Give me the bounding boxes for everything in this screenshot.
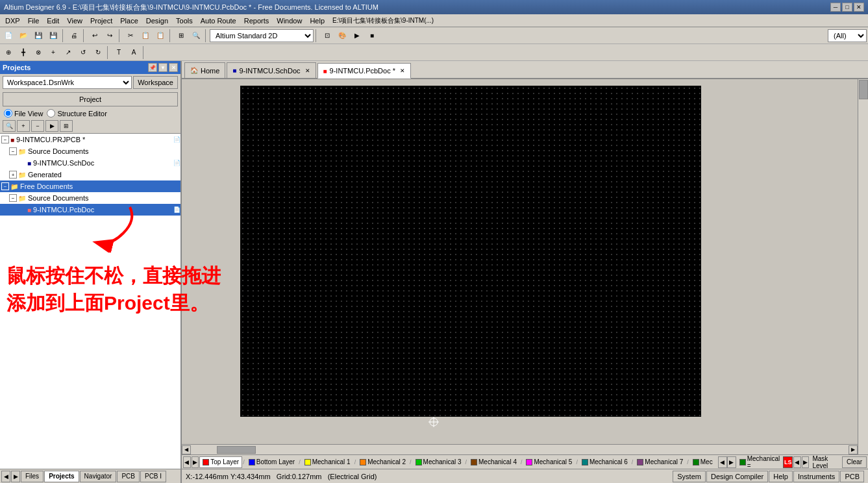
menu-dxp[interactable]: DXP <box>1 16 24 26</box>
panel-nav-left[interactable]: ◀ <box>1 471 10 482</box>
sidebar-pin-button[interactable]: 📌 <box>148 63 157 72</box>
pcb-tb-6[interactable]: ↺ <box>76 45 90 60</box>
sidebar-tb-2[interactable]: + <box>17 120 30 132</box>
tab-schdoc[interactable]: ■ 9-INTMCU.SchDoc ✕ <box>227 62 316 78</box>
layer-next[interactable]: ▶ <box>802 456 810 468</box>
layer-mech3[interactable]: Mechanical 3 <box>412 456 465 468</box>
tab-pcbdoc[interactable]: ■ 9-INTMCU.PcbDoc * ✕ <box>317 63 412 79</box>
tree-expander[interactable]: − <box>9 194 17 202</box>
tab-close-sch[interactable]: ✕ <box>305 68 310 74</box>
tab-close-pcb[interactable]: ✕ <box>400 68 405 74</box>
menu-view[interactable]: View <box>63 16 86 26</box>
hscroll-track[interactable] <box>191 445 849 454</box>
toolbar-copy[interactable]: 📋 <box>138 29 153 43</box>
tree-expander[interactable]: − <box>9 147 17 155</box>
sidebar-tb-3[interactable]: − <box>31 120 44 132</box>
design-compiler-button[interactable]: Design Compiler <box>706 471 768 482</box>
toolbar-saveall[interactable]: 💾 <box>46 29 60 43</box>
panel-tab-pcb[interactable]: PCB <box>117 471 140 482</box>
maximize-button[interactable]: □ <box>842 3 852 12</box>
pcb-status-button[interactable]: PCB <box>840 471 864 482</box>
menu-file[interactable]: File <box>24 16 43 26</box>
layer-mech7[interactable]: Mechanical 7 <box>634 456 686 468</box>
toolbar-run[interactable]: ▶ <box>350 29 364 43</box>
tree-item[interactable]: − ■ 9-INTMCU.PRJPCB * 📄 <box>0 134 180 145</box>
sidebar-tb-4[interactable]: ▶ <box>45 120 58 132</box>
toolbar-layers[interactable]: ⊡ <box>320 29 334 43</box>
panel-tab-pcb2[interactable]: PCB I <box>140 471 166 482</box>
layer-prev[interactable]: ◀ <box>793 456 801 468</box>
workspace-button[interactable]: Workspace <box>133 76 178 89</box>
layer-mech4[interactable]: Mechanical 4 <box>467 456 520 468</box>
sidebar-close-button[interactable]: ✕ <box>169 63 178 72</box>
layer-mech2[interactable]: Mechanical 2 <box>356 456 409 468</box>
menu-help[interactable]: Help <box>306 16 329 26</box>
instruments-button[interactable]: Instruments <box>793 471 839 482</box>
pcb-tb-2[interactable]: ╋ <box>16 45 31 60</box>
toolbar-new[interactable]: 📄 <box>1 29 16 43</box>
pcb-tb-7[interactable]: ↻ <box>91 45 105 60</box>
minimize-button[interactable]: ─ <box>830 3 841 12</box>
tree-item[interactable]: + ■ 9-INTMCU.SchDoc 📄 <box>0 157 180 169</box>
tree-item[interactable]: − 📁 Source Documents <box>0 145 180 157</box>
pcb-tb-3[interactable]: ⊗ <box>31 45 45 60</box>
toolbar-stop[interactable]: ■ <box>365 29 379 43</box>
panel-tab-files[interactable]: Files <box>21 471 43 482</box>
tree-item[interactable]: − 📁 Source Documents <box>0 192 180 204</box>
sidebar-menu-button[interactable]: ▼ <box>158 63 167 72</box>
layer-mech-more[interactable]: Mec <box>689 456 716 468</box>
layer-top[interactable]: Top Layer <box>199 456 242 468</box>
toolbar-redo[interactable]: ↪ <box>103 29 117 43</box>
workspace-dropdown[interactable]: Workspace1.DsnWrk <box>3 76 132 89</box>
tree-expander[interactable]: − <box>1 182 9 190</box>
menu-window[interactable]: Window <box>273 16 306 26</box>
tree-item[interactable]: + 📁 Generated <box>0 169 180 180</box>
hscroll-thumb[interactable] <box>217 446 256 454</box>
project-button[interactable]: Project <box>3 92 178 106</box>
layer-mech6[interactable]: Mechanical 6 <box>578 456 631 468</box>
tree-item-pcbdoc[interactable]: + ■ 9-INTMCU.PcbDoc 📄 <box>0 204 180 216</box>
ls-indicator[interactable]: LS <box>783 456 793 468</box>
hscroll-right-button[interactable]: ▶ <box>849 445 858 454</box>
layer-scroll-right[interactable]: ▶ <box>192 456 199 468</box>
structure-editor-radio[interactable]: Structure Editor <box>47 109 106 118</box>
panel-nav-right[interactable]: ▶ <box>11 471 20 482</box>
pcb-tb-4[interactable]: + <box>46 45 60 60</box>
pcb-canvas-area[interactable]: ◀ ▶ <box>182 79 868 454</box>
system-button[interactable]: System <box>673 471 706 482</box>
layer-bottom[interactable]: Bottom Layer <box>245 456 298 468</box>
file-view-radio[interactable]: File View <box>4 109 43 118</box>
clear-button[interactable]: Clear <box>842 456 867 468</box>
toolbar-cut[interactable]: ✂ <box>123 29 138 43</box>
menu-edit[interactable]: Edit <box>43 16 63 26</box>
layer-mech1[interactable]: Mechanical 1 <box>301 456 354 468</box>
panel-tab-projects[interactable]: Projects <box>44 471 79 482</box>
tree-item-free-docs[interactable]: − 📁 Free Documents <box>0 180 180 192</box>
all-select[interactable]: (All) <box>828 29 867 42</box>
toolbar-paste[interactable]: 📋 <box>153 29 167 43</box>
close-button[interactable]: ✕ <box>854 3 864 12</box>
tree-expander[interactable]: + <box>9 171 17 179</box>
menu-place[interactable]: Place <box>116 16 142 26</box>
menu-reports[interactable]: Reports <box>240 16 273 26</box>
toolbar-undo[interactable]: ↩ <box>88 29 102 43</box>
sidebar-tb-5[interactable]: ⊞ <box>60 120 73 132</box>
menu-tools[interactable]: Tools <box>172 16 197 26</box>
pcb-tb-5[interactable]: ↗ <box>61 45 75 60</box>
layer-scroll-btn1[interactable]: ◀ <box>718 456 727 468</box>
toolbar-open[interactable]: 📂 <box>16 29 31 43</box>
sidebar-tb-1[interactable]: 🔍 <box>3 120 16 132</box>
menu-autoroute[interactable]: Auto Route <box>197 16 240 26</box>
tree-expander[interactable]: − <box>1 136 9 143</box>
pcb-tb-9[interactable]: A <box>127 45 141 60</box>
menu-project[interactable]: Project <box>86 16 116 26</box>
toolbar-color[interactable]: 🎨 <box>335 29 349 43</box>
help-status-button[interactable]: Help <box>769 471 793 482</box>
menu-design[interactable]: Design <box>142 16 172 26</box>
vscrollbar[interactable] <box>858 79 868 454</box>
pcb-tb-8[interactable]: T <box>112 45 126 60</box>
layer-scroll-btn2[interactable]: ▶ <box>727 456 736 468</box>
pcb-tb-1[interactable]: ⊕ <box>1 45 16 60</box>
hscroll-left-button[interactable]: ◀ <box>182 445 191 454</box>
toolbar-save[interactable]: 💾 <box>31 29 45 43</box>
